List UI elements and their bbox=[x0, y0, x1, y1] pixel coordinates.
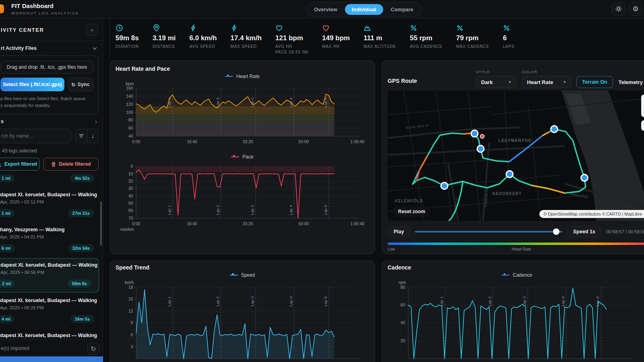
speed-trend-panel: Speed Trend Speed 181512963km/hLap 1Lap … bbox=[109, 261, 375, 362]
distance-badge: 1 mi bbox=[0, 209, 14, 217]
logs-section-header[interactable]: s › bbox=[0, 114, 103, 128]
activity-title: dapest XI. keruelet, Budapest — Walking bbox=[0, 262, 95, 268]
activity-title: dapest XI. keruelet, Budapest — Walking bbox=[0, 298, 97, 303]
svg-text:40: 40 bbox=[128, 194, 133, 198]
logs-section-title: s bbox=[1, 119, 4, 124]
stat-max-cadence: 79 rpmMAX CADENCE bbox=[456, 24, 489, 60]
panel-title: Heart Rate and Pace bbox=[116, 66, 369, 72]
heart-rate-pace-panel: Heart Rate and Pace Heart Rate 160140120… bbox=[109, 60, 375, 254]
activity-item[interactable]: 1 mi4m 52s bbox=[0, 166, 101, 187]
map-style-select[interactable]: Dark▼ bbox=[476, 76, 516, 88]
filter-button[interactable] bbox=[76, 129, 87, 143]
map-pin-icon bbox=[153, 24, 176, 32]
import-hint: p files here or use Select files. Batch … bbox=[0, 95, 93, 109]
stat-distance: 3.19 miDISTANCE bbox=[153, 24, 176, 60]
playback-slider[interactable] bbox=[415, 231, 562, 232]
legend-marker-icon bbox=[231, 155, 239, 159]
svg-text:0: 0 bbox=[131, 164, 133, 169]
app-logo-icon bbox=[0, 4, 4, 13]
sync-button[interactable]: ↻ Sync bbox=[68, 78, 93, 91]
cadence-legend[interactable]: Cadence bbox=[388, 272, 644, 279]
import-section-header[interactable]: rt Activity Files bbox=[0, 41, 103, 55]
heart-rate-legend[interactable]: Heart Rate bbox=[116, 73, 369, 80]
panel-title: GPS Route bbox=[388, 78, 470, 84]
stat-label: AVG CADENCE bbox=[410, 44, 442, 49]
stat-value: 149 bpm bbox=[322, 34, 350, 42]
playback-speed-button[interactable]: Speed 1x bbox=[567, 226, 601, 237]
telemetry-button[interactable]: Telemetry bbox=[619, 76, 644, 88]
svg-text:100: 100 bbox=[126, 110, 133, 115]
tab-overview[interactable]: Overview bbox=[307, 4, 344, 15]
legend-label: Speed bbox=[241, 272, 255, 278]
tab-compare[interactable]: Compare bbox=[384, 4, 420, 15]
sort-button[interactable]: ↓ bbox=[87, 129, 99, 143]
svg-text:Lap 4: Lap 4 bbox=[289, 205, 293, 215]
mountain-icon bbox=[363, 24, 396, 32]
svg-text:33:20: 33:20 bbox=[243, 140, 253, 144]
tab-individual[interactable]: Individual bbox=[345, 4, 383, 15]
activity-date: Apr, 2025 • 04:01 PM bbox=[0, 234, 97, 239]
import-status: e(s) imported bbox=[1, 346, 29, 351]
distance-badge: 4 mi bbox=[0, 315, 14, 323]
selected-count: 43 logs selected bbox=[2, 148, 103, 154]
theme-toggle-button[interactable] bbox=[612, 2, 625, 16]
pace-legend[interactable]: Pace bbox=[116, 153, 369, 160]
activity-item[interactable]: dapest XI. keruelet, Budapest — WalkingA… bbox=[0, 188, 101, 222]
svg-text:16:40: 16:40 bbox=[187, 222, 197, 226]
settings-button[interactable]: ⚙ bbox=[629, 2, 642, 16]
activity-date: Apr, 2025 • 06:56 PM bbox=[0, 270, 95, 275]
activity-item[interactable]: dapest XI. keruelet, Budapest — WalkingA… bbox=[0, 329, 101, 340]
color-label: COLOR bbox=[522, 70, 571, 74]
stat-label: MAX SPEED bbox=[231, 44, 262, 49]
svg-text:40: 40 bbox=[128, 134, 133, 138]
activity-item[interactable]: dapest XI. keruelet, Budapest — WalkingA… bbox=[0, 258, 99, 292]
stat-sublabel: PACE 18:33 /MI bbox=[275, 50, 308, 54]
percent-icon bbox=[410, 24, 442, 32]
gradient-labels: Low Heart Rate bbox=[388, 247, 644, 251]
svg-text:Lap 2: Lap 2 bbox=[487, 296, 492, 306]
import-section-title: rt Activity Files bbox=[1, 45, 37, 51]
play-button[interactable]: Play bbox=[388, 226, 410, 237]
gps-route-panel: GPS Route STYLE Dark▼ COLOR Heart Rate▼ … bbox=[382, 60, 644, 254]
playback-time: 00:58:57 / 00:59:08 bbox=[606, 229, 644, 234]
route-color-select[interactable]: Heart Rate▼ bbox=[522, 76, 571, 88]
svg-text:15: 15 bbox=[128, 297, 133, 301]
stat-value: 55 rpm bbox=[410, 34, 442, 42]
select-files-button[interactable]: Select files (.fit/.tcx/.gpx) bbox=[0, 78, 64, 91]
playback-slider-thumb[interactable] bbox=[553, 228, 559, 235]
svg-text:60: 60 bbox=[128, 208, 133, 213]
stat-laps: 6LAPS bbox=[503, 24, 514, 60]
activity-item[interactable]: dapest XI. keruelet, Budapest — WalkingA… bbox=[0, 294, 101, 327]
sidebar-collapse-button[interactable]: « bbox=[86, 24, 98, 36]
zap-icon bbox=[231, 24, 262, 32]
summary-stats-bar: 59m 8sDURATION3.19 miDISTANCE6.0 km/hAVG… bbox=[109, 19, 644, 60]
cadence-panel: Cadence Cadence 80604020rpmLap 1Lap 2Lap… bbox=[382, 261, 644, 362]
svg-text:40: 40 bbox=[400, 321, 405, 325]
svg-text:Lap 2: Lap 2 bbox=[215, 296, 220, 306]
svg-text:9: 9 bbox=[131, 321, 133, 325]
tab-group: OverviewIndividualCompare bbox=[305, 2, 422, 17]
map-canvas: KELENFÖLD NÁDORKERT LÁGYMÁNYOS Rákóczi h… bbox=[388, 90, 644, 221]
speed-chart: 181512963km/hLap 1Lap 2Lap 3Lap 4Lap 5 bbox=[116, 279, 370, 362]
refresh-imports-button[interactable]: ↻ bbox=[87, 343, 99, 355]
sort-filter-group: ↓ bbox=[75, 129, 99, 143]
map-zoom-controls[interactable] bbox=[641, 95, 644, 131]
list-scrollbar[interactable] bbox=[100, 202, 102, 246]
search-input[interactable] bbox=[0, 129, 72, 143]
stat-avg-speed: 6.0 km/hAVG SPEED bbox=[190, 24, 217, 60]
terrain-toggle-button[interactable]: Terrain On bbox=[576, 76, 613, 88]
svg-text:50:00: 50:00 bbox=[299, 222, 309, 226]
speed-legend[interactable]: Speed bbox=[116, 272, 369, 279]
svg-text:1:06:40: 1:06:40 bbox=[351, 140, 365, 144]
file-dropzone[interactable]: Drag and drop .fit, .tcx, .gpx files her… bbox=[0, 61, 93, 74]
svg-text:1:06:40: 1:06:40 bbox=[351, 222, 365, 226]
duration-badge: 4m 52s bbox=[70, 174, 94, 182]
duration-badge: 27m 21s bbox=[68, 209, 94, 217]
gps-map[interactable]: KELENFÖLD NÁDORKERT LÁGYMÁNYOS Rákóczi h… bbox=[388, 90, 644, 221]
app-subtitle: WORKOUT LOG ANALYTICS bbox=[11, 11, 79, 15]
svg-text:bpm: bpm bbox=[126, 82, 134, 86]
reset-zoom-button[interactable]: Reset zoom bbox=[393, 206, 430, 217]
refresh-icon: ↻ bbox=[71, 82, 75, 88]
svg-text:Lap 1: Lap 1 bbox=[167, 296, 171, 306]
activity-item[interactable]: hany, Veszprem — WalkingApr, 2025 • 04:0… bbox=[0, 223, 101, 257]
